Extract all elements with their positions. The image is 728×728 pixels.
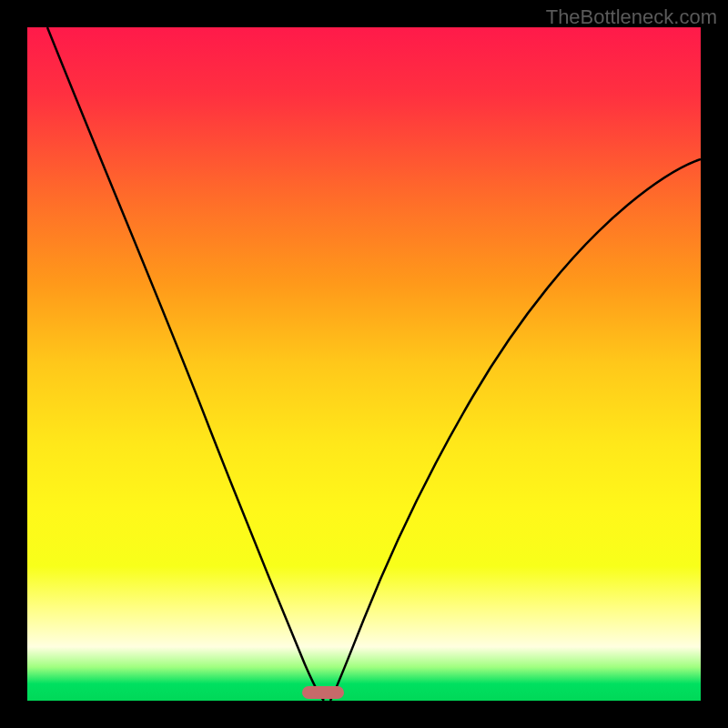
watermark-text: TheBottleneck.com [546,5,717,29]
curve-svg [27,27,701,701]
plot-area [27,27,701,701]
bottleneck-curve-left [47,27,324,701]
valley-marker [302,686,344,699]
chart-container: TheBottleneck.com [0,0,728,728]
bottleneck-curve-right [330,159,701,701]
